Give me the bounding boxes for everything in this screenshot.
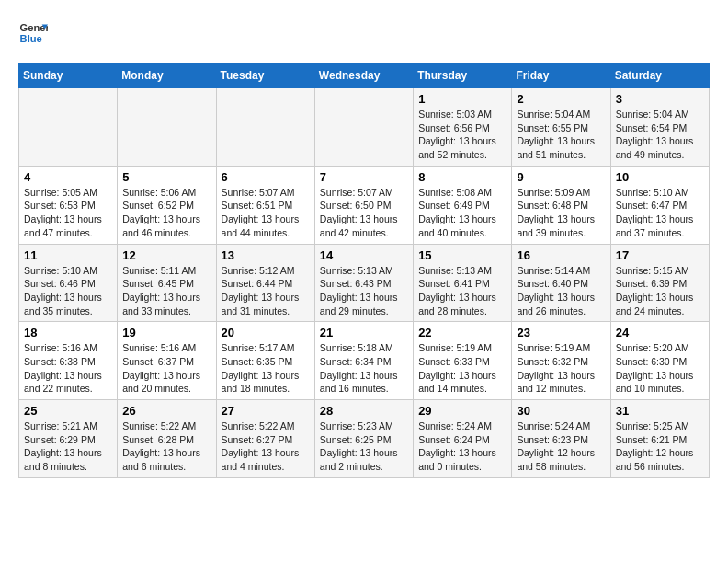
calendar-week-row: 11Sunrise: 5:10 AMSunset: 6:46 PMDayligh… — [19, 244, 710, 322]
calendar-cell: 26Sunrise: 5:22 AMSunset: 6:28 PMDayligh… — [118, 400, 216, 478]
day-number: 21 — [320, 326, 408, 339]
calendar-cell: 12Sunrise: 5:11 AMSunset: 6:45 PMDayligh… — [118, 244, 216, 322]
day-number: 27 — [222, 404, 310, 418]
day-info: Sunrise: 5:10 AM — [616, 186, 704, 200]
day-number: 31 — [616, 404, 704, 418]
calendar-cell: 11Sunrise: 5:10 AMSunset: 6:46 PMDayligh… — [19, 244, 118, 322]
day-info: Daylight: 13 hours — [616, 369, 704, 383]
day-info: and 42 minutes. — [320, 226, 408, 240]
day-info: Sunset: 6:56 PM — [418, 121, 506, 135]
day-number: 19 — [122, 326, 210, 339]
day-info: Sunset: 6:52 PM — [122, 199, 210, 213]
day-info: Daylight: 13 hours — [222, 446, 310, 460]
calendar-table: SundayMondayTuesdayWednesdayThursdayFrid… — [18, 63, 710, 478]
day-info: Daylight: 13 hours — [122, 369, 210, 383]
day-info: Sunrise: 5:04 AM — [517, 108, 605, 121]
day-info: Daylight: 13 hours — [418, 446, 506, 460]
day-info: Daylight: 13 hours — [122, 291, 210, 304]
day-info: Sunrise: 5:15 AM — [616, 264, 704, 278]
calendar-week-row: 25Sunrise: 5:21 AMSunset: 6:29 PMDayligh… — [19, 400, 710, 478]
calendar-cell: 14Sunrise: 5:13 AMSunset: 6:43 PMDayligh… — [314, 244, 413, 322]
day-info: Sunrise: 5:03 AM — [418, 108, 506, 121]
day-info: Sunset: 6:46 PM — [24, 277, 112, 291]
calendar-cell: 17Sunrise: 5:15 AMSunset: 6:39 PMDayligh… — [610, 244, 709, 322]
day-info: and 16 minutes. — [320, 382, 408, 396]
day-info: Sunset: 6:44 PM — [222, 277, 310, 291]
day-info: Sunset: 6:33 PM — [418, 355, 506, 369]
day-info: and 33 minutes. — [122, 304, 210, 318]
day-info: Sunset: 6:45 PM — [122, 277, 210, 291]
day-info: and 51 minutes. — [517, 148, 605, 162]
calendar-cell: 7Sunrise: 5:07 AMSunset: 6:50 PMDaylight… — [314, 166, 413, 244]
day-info: and 31 minutes. — [222, 304, 310, 318]
day-info: Daylight: 13 hours — [616, 213, 704, 226]
day-info: and 0 minutes. — [418, 460, 506, 474]
day-info: and 37 minutes. — [616, 226, 704, 240]
day-info: Sunrise: 5:20 AM — [616, 341, 704, 355]
day-info: and 14 minutes. — [418, 382, 506, 396]
logo-icon: General Blue — [18, 18, 48, 48]
day-number: 22 — [418, 326, 506, 339]
day-info: Daylight: 13 hours — [222, 369, 310, 383]
calendar-cell — [118, 88, 216, 167]
calendar-week-row: 18Sunrise: 5:16 AMSunset: 6:38 PMDayligh… — [19, 322, 710, 400]
day-number: 2 — [517, 92, 605, 106]
day-info: Sunset: 6:55 PM — [517, 121, 605, 135]
day-info: Sunrise: 5:13 AM — [320, 264, 408, 278]
day-number: 20 — [222, 326, 310, 339]
calendar-header-row: SundayMondayTuesdayWednesdayThursdayFrid… — [19, 63, 710, 88]
day-number: 28 — [320, 404, 408, 418]
calendar-cell — [216, 88, 314, 167]
day-info: and 58 minutes. — [517, 460, 605, 474]
calendar-cell: 28Sunrise: 5:23 AMSunset: 6:25 PMDayligh… — [314, 400, 413, 478]
calendar-cell: 31Sunrise: 5:25 AMSunset: 6:21 PMDayligh… — [610, 400, 709, 478]
calendar-cell — [314, 88, 413, 167]
day-info: Daylight: 13 hours — [418, 291, 506, 304]
calendar-cell: 8Sunrise: 5:08 AMSunset: 6:49 PMDaylight… — [414, 166, 512, 244]
day-info: and 6 minutes. — [122, 460, 210, 474]
calendar-cell: 13Sunrise: 5:12 AMSunset: 6:44 PMDayligh… — [216, 244, 314, 322]
day-info: and 29 minutes. — [320, 304, 408, 318]
day-info: Daylight: 13 hours — [517, 134, 605, 148]
day-info: Daylight: 13 hours — [320, 213, 408, 226]
day-info: and 12 minutes. — [517, 382, 605, 396]
day-info: Daylight: 13 hours — [616, 291, 704, 304]
day-number: 16 — [517, 248, 605, 262]
day-info: Sunrise: 5:16 AM — [24, 341, 112, 355]
day-number: 6 — [222, 170, 310, 184]
day-info: Sunrise: 5:10 AM — [24, 264, 112, 278]
day-number: 12 — [122, 248, 210, 262]
day-info: Daylight: 13 hours — [24, 369, 112, 383]
day-info: Sunset: 6:54 PM — [616, 121, 704, 135]
day-info: Sunset: 6:38 PM — [24, 355, 112, 369]
day-info: Daylight: 13 hours — [517, 213, 605, 226]
day-info: Sunrise: 5:23 AM — [320, 419, 408, 433]
day-info: Daylight: 13 hours — [122, 213, 210, 226]
day-info: Sunrise: 5:12 AM — [222, 264, 310, 278]
header-thursday: Thursday — [414, 63, 512, 88]
header-wednesday: Wednesday — [314, 63, 413, 88]
day-info: and 46 minutes. — [122, 226, 210, 240]
day-info: and 56 minutes. — [616, 460, 704, 474]
day-info: Sunrise: 5:04 AM — [616, 108, 704, 121]
day-info: Sunset: 6:27 PM — [222, 433, 310, 447]
day-info: and 39 minutes. — [517, 226, 605, 240]
day-info: Sunset: 6:49 PM — [418, 199, 506, 213]
day-info: and 35 minutes. — [24, 304, 112, 318]
day-info: Sunset: 6:50 PM — [320, 199, 408, 213]
day-info: Sunset: 6:29 PM — [24, 433, 112, 447]
calendar-cell: 16Sunrise: 5:14 AMSunset: 6:40 PMDayligh… — [512, 244, 610, 322]
day-info: Daylight: 12 hours — [616, 446, 704, 460]
logo: General Blue — [18, 18, 48, 48]
day-info: Sunset: 6:39 PM — [616, 277, 704, 291]
day-info: Sunrise: 5:24 AM — [418, 419, 506, 433]
calendar-cell: 10Sunrise: 5:10 AMSunset: 6:47 PMDayligh… — [610, 166, 709, 244]
day-info: Sunset: 6:37 PM — [122, 355, 210, 369]
day-number: 11 — [24, 248, 112, 262]
header-tuesday: Tuesday — [216, 63, 314, 88]
day-number: 8 — [418, 170, 506, 184]
day-info: Sunrise: 5:17 AM — [222, 341, 310, 355]
day-info: and 4 minutes. — [222, 460, 310, 474]
calendar-cell: 3Sunrise: 5:04 AMSunset: 6:54 PMDaylight… — [610, 88, 709, 167]
day-info: Sunset: 6:40 PM — [517, 277, 605, 291]
